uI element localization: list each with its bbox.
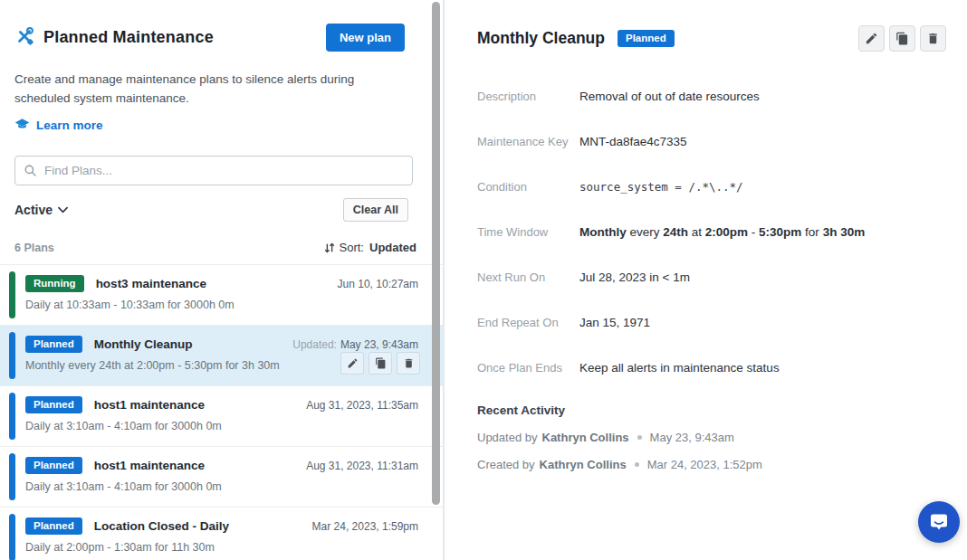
plan-title: host3 maintenance bbox=[96, 277, 206, 290]
field-label: Next Run On bbox=[477, 268, 579, 287]
tools-icon bbox=[14, 26, 34, 50]
status-filter-dropdown[interactable]: Active bbox=[14, 203, 68, 217]
plan-title: host1 maintenance bbox=[94, 398, 205, 412]
sort-arrows-icon bbox=[323, 242, 336, 254]
status-filter-label: Active bbox=[14, 203, 53, 217]
field-value: Removal of out of date resources bbox=[579, 87, 760, 106]
field-next-run-on: Next Run On Jul 28, 2023 in < 1m bbox=[477, 268, 949, 287]
plan-list-panel: Planned Maintenance New plan Create and … bbox=[0, 0, 444, 560]
field-label: Maintenance Key bbox=[477, 132, 579, 151]
plan-title: host1 maintenance bbox=[94, 459, 205, 472]
search-icon bbox=[24, 164, 37, 177]
edit-plan-button[interactable] bbox=[858, 25, 885, 52]
detail-fields: Description Removal of out of date resou… bbox=[477, 87, 949, 377]
chevron-down-icon bbox=[58, 206, 68, 214]
status-bar bbox=[9, 453, 15, 500]
status-bar bbox=[9, 271, 15, 318]
detail-header: Monthly Cleanup Planned bbox=[477, 25, 946, 52]
edit-button[interactable] bbox=[340, 352, 364, 375]
plan-date: Mar 24, 2023, 1:59pm bbox=[312, 520, 418, 533]
plan-list: Running host3 maintenance Jun 10, 10:27a… bbox=[0, 264, 444, 560]
status-bar bbox=[9, 393, 15, 440]
new-plan-button[interactable]: New plan bbox=[326, 24, 405, 52]
recent-activity-title: Recent Activity bbox=[477, 403, 949, 417]
field-value: MNT-da8fae4c7335 bbox=[579, 132, 687, 151]
field-maintenance-key: Maintenance Key MNT-da8fae4c7335 bbox=[477, 132, 949, 151]
plan-list-item[interactable]: Planned host1 maintenance Aug 31, 2023, … bbox=[0, 447, 444, 508]
field-value: Keep all alerts in maintenance status bbox=[579, 358, 780, 377]
pencil-icon bbox=[865, 32, 878, 45]
plan-list-item[interactable]: Planned host1 maintenance Aug 31, 2023, … bbox=[0, 386, 444, 447]
activity-action: Updated by bbox=[477, 431, 538, 444]
plan-schedule: Daily at 2:00pm - 1:30am for 11h 30m bbox=[25, 541, 418, 554]
field-value-time-window: Monthly every 24th at 2:00pm - 5:30pm fo… bbox=[579, 223, 865, 242]
chat-bubble-icon bbox=[928, 511, 950, 533]
plan-date: Jun 10, 10:27am bbox=[338, 278, 418, 290]
field-value: Jul 28, 2023 in < 1m bbox=[579, 268, 690, 287]
detail-status-badge: Planned bbox=[618, 30, 675, 47]
duplicate-button[interactable] bbox=[369, 352, 392, 375]
updated-label: Updated: bbox=[292, 338, 337, 351]
sort-control[interactable]: Sort: Updated bbox=[323, 241, 416, 254]
trash-icon bbox=[926, 32, 940, 45]
learn-more-label: Learn more bbox=[36, 119, 103, 132]
field-label: Condition bbox=[477, 177, 579, 196]
detail-actions bbox=[858, 25, 946, 52]
field-label: Once Plan Ends bbox=[477, 358, 579, 377]
plan-schedule: Daily at 10:33am - 10:33am for 3000h 0m bbox=[25, 299, 418, 311]
plan-title: Location Closed - Daily bbox=[94, 519, 229, 533]
search-input[interactable] bbox=[14, 156, 413, 185]
plan-date: Aug 31, 2023, 11:35am bbox=[306, 399, 418, 412]
activity-entry: Updated by Kathryn Collins May 23, 9:43a… bbox=[477, 431, 949, 444]
delete-plan-button[interactable] bbox=[920, 25, 946, 52]
plan-count: 6 Plans bbox=[14, 242, 54, 254]
duplicate-plan-button[interactable] bbox=[889, 25, 915, 52]
status-badge: Planned bbox=[25, 517, 82, 535]
activity-user: Kathryn Collins bbox=[542, 431, 629, 444]
bullet-dot bbox=[635, 462, 639, 467]
activity-action: Created by bbox=[477, 458, 535, 471]
status-bar bbox=[9, 332, 15, 379]
sort-value: Updated bbox=[369, 241, 416, 254]
field-label: Time Window bbox=[477, 223, 579, 242]
activity-date: May 23, 9:43am bbox=[650, 431, 734, 444]
status-badge: Planned bbox=[25, 336, 82, 353]
filter-row: Active Clear All bbox=[14, 198, 408, 222]
field-condition: Condition source_system = /.*\..*/ bbox=[477, 177, 949, 196]
plan-updated-date: Updated:May 23, 9:43am bbox=[292, 338, 418, 351]
field-value: Jan 15, 1971 bbox=[579, 313, 650, 332]
chat-launcher-button[interactable] bbox=[918, 501, 960, 543]
field-once-plan-ends: Once Plan Ends Keep all alerts in mainte… bbox=[477, 358, 949, 377]
graduation-cap-icon bbox=[14, 118, 30, 133]
page-title: Planned Maintenance bbox=[43, 28, 214, 47]
plan-list-item-selected[interactable]: Planned Monthly Cleanup Updated:May 23, … bbox=[0, 326, 444, 386]
status-bar bbox=[9, 514, 15, 560]
activity-user: Kathryn Collins bbox=[540, 458, 627, 471]
plan-list-item[interactable]: Running host3 maintenance Jun 10, 10:27a… bbox=[0, 265, 444, 326]
detail-title: Monthly Cleanup bbox=[477, 29, 605, 48]
pencil-icon bbox=[347, 357, 359, 369]
recent-activity-section: Recent Activity Updated by Kathryn Colli… bbox=[477, 403, 949, 471]
field-description: Description Removal of out of date resou… bbox=[477, 87, 949, 106]
plan-schedule: Daily at 3:10am - 4:10am for 3000h 0m bbox=[25, 420, 418, 432]
status-badge: Planned bbox=[25, 396, 82, 413]
field-time-window: Time Window Monthly every 24th at 2:00pm… bbox=[477, 223, 949, 242]
scrollbar-thumb[interactable] bbox=[432, 2, 440, 505]
status-badge: Running bbox=[25, 275, 84, 292]
field-label: End Repeat On bbox=[477, 313, 579, 332]
field-value-condition: source_system = /.*\..*/ bbox=[579, 177, 743, 196]
plan-search bbox=[14, 156, 413, 185]
field-label: Description bbox=[477, 87, 579, 106]
learn-more-link[interactable]: Learn more bbox=[14, 118, 429, 133]
plan-detail-panel: Monthly Cleanup Planned bbox=[445, 0, 967, 560]
list-meta-row: 6 Plans Sort: Updated bbox=[14, 241, 416, 254]
delete-button[interactable] bbox=[397, 352, 420, 375]
planned-maintenance-app: Planned Maintenance New plan Create and … bbox=[0, 0, 967, 560]
page-description: Create and manage maintenance plans to s… bbox=[14, 70, 389, 108]
plan-list-item[interactable]: Planned Location Closed - Daily Mar 24, … bbox=[0, 508, 444, 560]
activity-entry: Created by Kathryn Collins Mar 24, 2023,… bbox=[477, 458, 949, 471]
plan-schedule: Daily at 3:10am - 4:10am for 3000h 0m bbox=[25, 480, 418, 493]
clear-all-button[interactable]: Clear All bbox=[343, 198, 408, 222]
plan-date: Aug 31, 2023, 11:31am bbox=[306, 460, 418, 472]
bullet-dot bbox=[637, 435, 642, 440]
